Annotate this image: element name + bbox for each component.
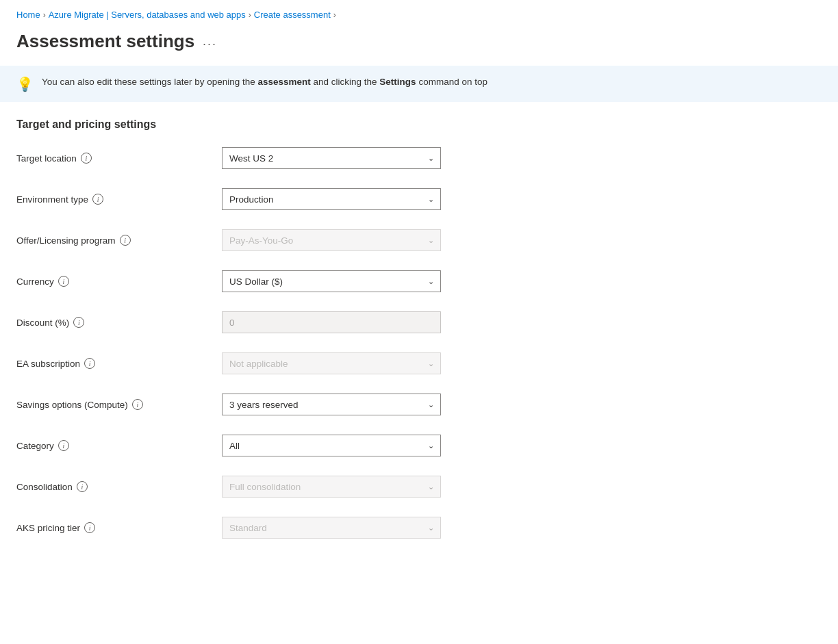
label-consolidation: Consolidationi	[16, 481, 222, 492]
page-header: Assessment settings ...	[0, 25, 838, 66]
dropdown-wrapper-environment-type: ProductionDev/Test⌄	[222, 188, 441, 210]
label-text-currency: Currency	[16, 276, 54, 287]
breadcrumb-sep-1: ›	[43, 10, 46, 20]
label-savings-options: Savings options (Compute)i	[16, 399, 222, 410]
form-grid: Target locationiWest US 2East USEast US …	[16, 147, 822, 539]
label-discount: Discount (%)i	[16, 317, 222, 328]
label-target-location: Target locationi	[16, 153, 222, 164]
label-text-discount: Discount (%)	[16, 318, 69, 328]
info-icon-offer-licensing[interactable]: i	[120, 235, 131, 246]
label-text-environment-type: Environment type	[16, 194, 88, 205]
control-environment-type: ProductionDev/Test⌄	[222, 188, 441, 210]
dropdown-target-location[interactable]: West US 2East USEast US 2West USCentral …	[222, 147, 441, 169]
dropdown-wrapper-ea-subscription: Not applicable⌄	[222, 352, 441, 374]
dropdown-consolidation: Full consolidation	[222, 476, 441, 498]
dropdown-offer-licensing: Pay-As-You-Go	[222, 229, 441, 251]
label-text-category: Category	[16, 441, 54, 451]
label-category: Categoryi	[16, 440, 222, 451]
breadcrumb-sep-2: ›	[249, 10, 251, 20]
dropdown-wrapper-consolidation: Full consolidation⌄	[222, 476, 441, 498]
control-category: AllComputeStorageNetwork⌄	[222, 435, 441, 456]
dropdown-wrapper-category: AllComputeStorageNetwork⌄	[222, 435, 441, 456]
dropdown-wrapper-target-location: West US 2East USEast US 2West USCentral …	[222, 147, 441, 169]
dropdown-wrapper-currency: US Dollar ($)Euro (€)British Pound (£)⌄	[222, 270, 441, 292]
label-text-target-location: Target location	[16, 153, 77, 164]
info-icon-ea-subscription[interactable]: i	[84, 358, 95, 369]
dropdown-wrapper-savings-options: 3 years reserved1 year reservedNone⌄	[222, 394, 441, 415]
label-text-offer-licensing: Offer/Licensing program	[16, 235, 116, 246]
breadcrumb-sep-3: ›	[333, 10, 336, 20]
breadcrumb-create-assessment[interactable]: Create assessment	[254, 10, 331, 20]
control-consolidation: Full consolidation⌄	[222, 476, 441, 498]
info-icon-aks-pricing-tier[interactable]: i	[84, 522, 95, 533]
control-savings-options: 3 years reserved1 year reservedNone⌄	[222, 394, 441, 415]
dropdown-wrapper-offer-licensing: Pay-As-You-Go⌄	[222, 229, 441, 251]
label-environment-type: Environment typei	[16, 194, 222, 205]
control-ea-subscription: Not applicable⌄	[222, 352, 441, 374]
dropdown-currency[interactable]: US Dollar ($)Euro (€)British Pound (£)	[222, 270, 441, 292]
control-currency: US Dollar ($)Euro (€)British Pound (£)⌄	[222, 270, 441, 292]
breadcrumb-azure-migrate[interactable]: Azure Migrate | Servers, databases and w…	[49, 10, 246, 20]
label-aks-pricing-tier: AKS pricing tieri	[16, 522, 222, 533]
dropdown-aks-pricing-tier: StandardFree	[222, 517, 441, 539]
label-text-ea-subscription: EA subscription	[16, 359, 80, 369]
dropdown-savings-options[interactable]: 3 years reserved1 year reservedNone	[222, 394, 441, 415]
info-banner: 💡 You can also edit these settings later…	[0, 66, 838, 102]
control-discount	[222, 311, 441, 333]
label-text-consolidation: Consolidation	[16, 482, 73, 492]
section-title: Target and pricing settings	[16, 118, 822, 131]
page-title: Assessment settings	[16, 31, 194, 52]
label-ea-subscription: EA subscriptioni	[16, 358, 222, 369]
breadcrumb: Home › Azure Migrate | Servers, database…	[0, 0, 838, 25]
info-icon-target-location[interactable]: i	[81, 153, 92, 164]
breadcrumb-home[interactable]: Home	[16, 10, 40, 20]
dropdown-ea-subscription: Not applicable	[222, 352, 441, 374]
label-currency: Currencyi	[16, 276, 222, 287]
input-discount	[222, 311, 441, 333]
info-icon-category[interactable]: i	[58, 440, 69, 451]
label-offer-licensing: Offer/Licensing programi	[16, 235, 222, 246]
page-menu-icon[interactable]: ...	[203, 34, 217, 49]
info-icon-savings-options[interactable]: i	[132, 399, 143, 410]
control-aks-pricing-tier: StandardFree⌄	[222, 517, 441, 539]
dropdown-category[interactable]: AllComputeStorageNetwork	[222, 435, 441, 456]
control-offer-licensing: Pay-As-You-Go⌄	[222, 229, 441, 251]
lightbulb-icon: 💡	[16, 76, 34, 92]
info-icon-discount[interactable]: i	[73, 317, 84, 328]
label-text-aks-pricing-tier: AKS pricing tier	[16, 523, 80, 533]
dropdown-wrapper-aks-pricing-tier: StandardFree⌄	[222, 517, 441, 539]
info-icon-currency[interactable]: i	[58, 276, 69, 287]
info-banner-text: You can also edit these settings later b…	[42, 75, 487, 89]
dropdown-environment-type[interactable]: ProductionDev/Test	[222, 188, 441, 210]
main-content: Target and pricing settings Target locat…	[0, 118, 838, 539]
info-icon-consolidation[interactable]: i	[77, 481, 88, 492]
info-icon-environment-type[interactable]: i	[92, 194, 103, 205]
control-target-location: West US 2East USEast US 2West USCentral …	[222, 147, 441, 169]
label-text-savings-options: Savings options (Compute)	[16, 400, 128, 410]
